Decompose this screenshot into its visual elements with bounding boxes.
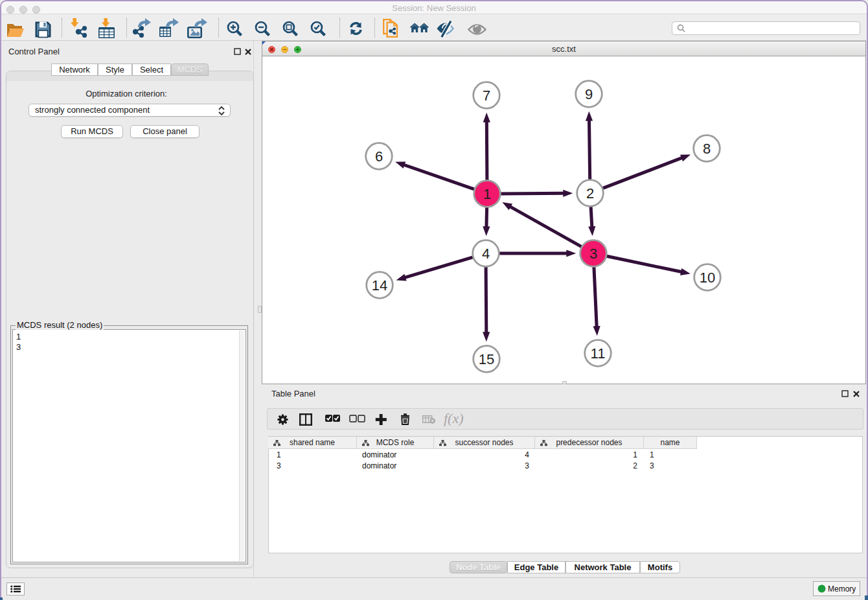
svg-text:14: 14 bbox=[372, 277, 387, 294]
svg-text:2: 2 bbox=[586, 185, 594, 202]
svg-text:4: 4 bbox=[482, 246, 490, 262]
svg-text:3: 3 bbox=[589, 246, 597, 262]
svg-text:9: 9 bbox=[585, 86, 593, 102]
svg-text:15: 15 bbox=[479, 351, 494, 367]
svg-text:8: 8 bbox=[703, 141, 711, 157]
svg-text:1: 1 bbox=[483, 186, 491, 202]
svg-text:11: 11 bbox=[591, 345, 606, 362]
svg-text:7: 7 bbox=[483, 87, 490, 104]
svg-text:6: 6 bbox=[375, 148, 383, 165]
svg-text:10: 10 bbox=[700, 270, 715, 286]
